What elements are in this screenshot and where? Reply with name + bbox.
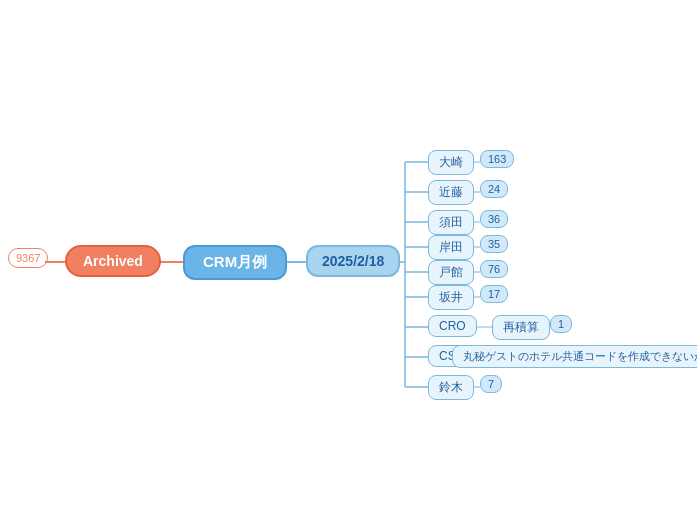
tobita-num-node: 76 bbox=[480, 260, 508, 278]
osaki-node[interactable]: 大崎 bbox=[428, 150, 474, 175]
id-node: 9367 bbox=[8, 248, 48, 268]
sakai-num-node: 17 bbox=[480, 285, 508, 303]
mind-map-canvas: 9367 Archived CRM月例 2025/2/18 大崎 163 近藤 … bbox=[0, 0, 697, 520]
archived-node[interactable]: Archived bbox=[65, 245, 161, 277]
sakai-node[interactable]: 坂井 bbox=[428, 285, 474, 310]
kondo-num-node: 24 bbox=[480, 180, 508, 198]
cro-node[interactable]: CRO bbox=[428, 315, 477, 337]
suda-node[interactable]: 須田 bbox=[428, 210, 474, 235]
suzuki-num-node: 7 bbox=[480, 375, 502, 393]
osaki-num-node: 163 bbox=[480, 150, 514, 168]
cro-sub-node[interactable]: 再積算 bbox=[492, 315, 550, 340]
kishida-node[interactable]: 岸田 bbox=[428, 235, 474, 260]
cro-num-node: 1 bbox=[550, 315, 572, 333]
crm-node[interactable]: CRM月例 bbox=[183, 245, 287, 280]
kishida-num-node: 35 bbox=[480, 235, 508, 253]
kondo-node[interactable]: 近藤 bbox=[428, 180, 474, 205]
tobita-node[interactable]: 戸館 bbox=[428, 260, 474, 285]
suzuki-node[interactable]: 鈴木 bbox=[428, 375, 474, 400]
date-node[interactable]: 2025/2/18 bbox=[306, 245, 400, 277]
cs-text-node[interactable]: 丸秘ゲストのホテル共通コードを作成できないか bbox=[452, 345, 697, 368]
suda-num-node: 36 bbox=[480, 210, 508, 228]
